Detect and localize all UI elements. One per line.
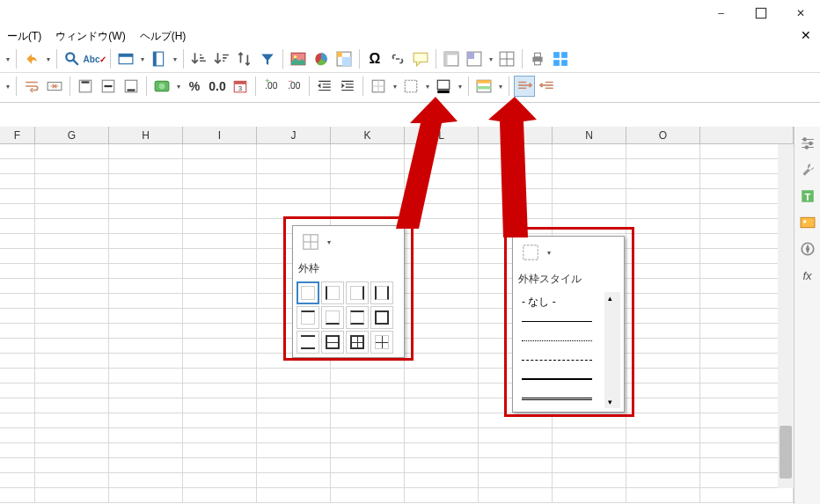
- border-right[interactable]: [346, 281, 369, 304]
- column-header[interactable]: M: [479, 127, 553, 143]
- cell[interactable]: [109, 428, 183, 442]
- column-header[interactable]: L: [405, 127, 479, 143]
- column-header[interactable]: N: [553, 127, 626, 143]
- spellcheck-button[interactable]: Abc✓: [84, 48, 106, 69]
- align-middle-button[interactable]: [98, 76, 119, 97]
- cell[interactable]: [109, 354, 183, 368]
- cell[interactable]: [0, 398, 35, 413]
- cell[interactable]: [553, 159, 626, 173]
- cell[interactable]: [626, 473, 700, 487]
- border-style-preview-button[interactable]: [516, 239, 545, 266]
- image-button[interactable]: [288, 48, 309, 69]
- cell[interactable]: [0, 159, 35, 173]
- cell[interactable]: [109, 324, 183, 338]
- cell[interactable]: [0, 488, 35, 502]
- sort-asc-button[interactable]: [188, 48, 209, 69]
- cell[interactable]: [0, 383, 35, 398]
- split-button[interactable]: [496, 48, 517, 69]
- cell[interactable]: [626, 354, 700, 368]
- border-popup-dropdown[interactable]: ▾: [325, 238, 333, 246]
- cell[interactable]: [183, 369, 257, 383]
- close-button[interactable]: ✕: [780, 0, 820, 26]
- cell[interactable]: [35, 443, 109, 457]
- cell[interactable]: [626, 219, 700, 233]
- cell[interactable]: [35, 473, 109, 487]
- cell[interactable]: [109, 443, 183, 457]
- cell[interactable]: [35, 339, 109, 353]
- cell[interactable]: [626, 443, 700, 457]
- cell[interactable]: [405, 413, 479, 427]
- border-left-right[interactable]: [370, 281, 393, 304]
- border-style-solid[interactable]: [516, 311, 604, 331]
- cell[interactable]: [183, 354, 257, 368]
- column-header[interactable]: O: [626, 127, 700, 143]
- row-button[interactable]: [115, 48, 136, 69]
- cell[interactable]: [479, 428, 553, 442]
- column-header[interactable]: H: [109, 127, 183, 143]
- cell[interactable]: [183, 294, 257, 308]
- column-header[interactable]: I: [183, 127, 257, 143]
- sidebar-navigator-button[interactable]: [798, 239, 817, 259]
- cell[interactable]: [553, 413, 626, 427]
- toolbar-overflow-dropdown[interactable]: ▾: [4, 55, 11, 63]
- cell[interactable]: [553, 428, 626, 442]
- cell[interactable]: [0, 443, 35, 457]
- cell[interactable]: [479, 219, 553, 233]
- border-style-dotted[interactable]: [516, 331, 604, 350]
- cell[interactable]: [35, 279, 109, 293]
- cell[interactable]: [331, 189, 405, 203]
- border-style-none[interactable]: - なし -: [516, 292, 604, 311]
- cell[interactable]: [35, 369, 109, 383]
- cell[interactable]: [405, 234, 479, 248]
- maximize-button[interactable]: [741, 0, 780, 26]
- cell[interactable]: [626, 279, 700, 293]
- cell[interactable]: [257, 413, 331, 427]
- cell[interactable]: [109, 219, 183, 233]
- column-header[interactable]: G: [35, 127, 109, 143]
- cell[interactable]: [405, 309, 479, 323]
- freeze-button[interactable]: [464, 48, 485, 69]
- comment-button[interactable]: [410, 48, 431, 69]
- cell[interactable]: [331, 413, 405, 427]
- cell[interactable]: [553, 458, 626, 472]
- sort-desc-button[interactable]: [211, 48, 232, 69]
- cell[interactable]: [257, 159, 331, 173]
- cell[interactable]: [331, 159, 405, 173]
- cell[interactable]: [257, 383, 331, 398]
- cell[interactable]: [35, 413, 109, 427]
- menu-window[interactable]: ウィンドウ(W): [48, 27, 132, 46]
- cell[interactable]: [0, 413, 35, 427]
- cell[interactable]: [626, 264, 700, 278]
- cell[interactable]: [405, 473, 479, 487]
- border-style-dropdown[interactable]: ▾: [423, 83, 431, 91]
- cell[interactable]: [405, 488, 479, 502]
- cell[interactable]: [183, 443, 257, 457]
- border-style-button[interactable]: [400, 76, 421, 97]
- special-char-button[interactable]: Ω: [364, 48, 385, 69]
- cell[interactable]: [257, 473, 331, 487]
- document-close-button[interactable]: ✕: [801, 28, 811, 42]
- cell[interactable]: [626, 174, 700, 188]
- border-left[interactable]: [321, 281, 344, 304]
- merge-cells-button[interactable]: [44, 76, 65, 97]
- cell[interactable]: [626, 413, 700, 427]
- cell[interactable]: [35, 264, 109, 278]
- minimize-button[interactable]: –: [701, 0, 741, 26]
- autoformat-button[interactable]: [473, 76, 494, 97]
- cell[interactable]: [183, 339, 257, 353]
- cell[interactable]: [257, 443, 331, 457]
- cell[interactable]: [405, 383, 479, 398]
- currency-dropdown[interactable]: ▾: [174, 83, 182, 91]
- cell[interactable]: [626, 458, 700, 472]
- column-button[interactable]: [148, 48, 169, 69]
- cell[interactable]: [183, 428, 257, 442]
- remove-decimal-button[interactable]: .00−: [283, 76, 304, 97]
- border-style-thick[interactable]: [516, 369, 604, 389]
- cell[interactable]: [331, 443, 405, 457]
- cell[interactable]: [626, 339, 700, 353]
- cell[interactable]: [109, 473, 183, 487]
- cell[interactable]: [626, 488, 700, 502]
- border-style-double[interactable]: [516, 389, 604, 408]
- cell[interactable]: [109, 159, 183, 173]
- cell[interactable]: [553, 174, 626, 188]
